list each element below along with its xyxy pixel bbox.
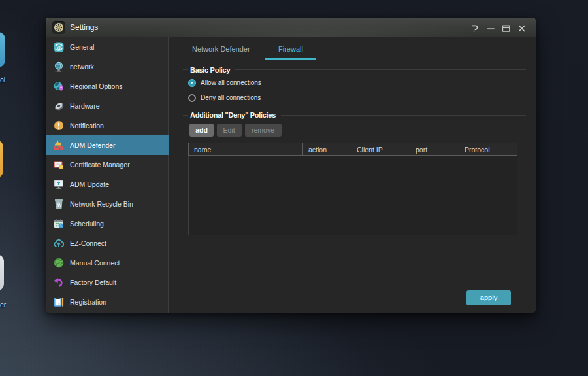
svg-text:a: a bbox=[57, 44, 61, 51]
